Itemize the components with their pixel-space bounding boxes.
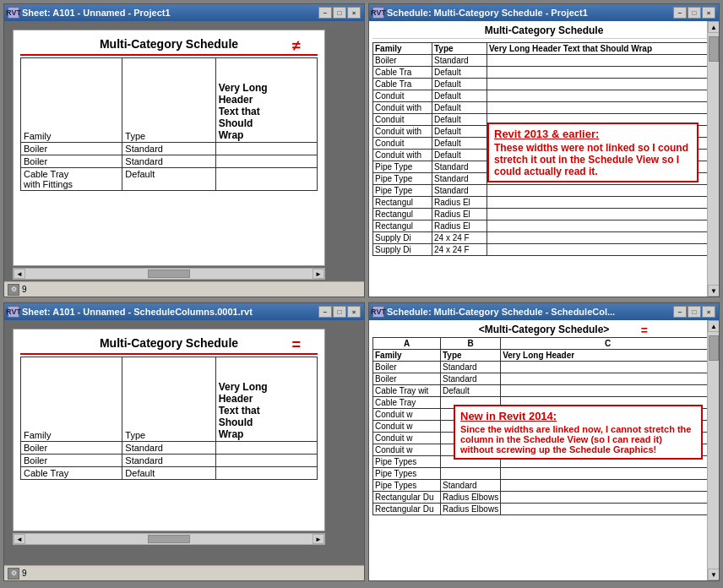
close-btn-tr[interactable]: × bbox=[702, 7, 715, 19]
titlebar-buttons-br: − □ × bbox=[673, 306, 715, 318]
table-row: RectangulRadius El bbox=[373, 197, 715, 209]
vscroll-down-br[interactable]: ▼ bbox=[708, 569, 719, 580]
sv-header-br: Family Type Very Long Header bbox=[373, 350, 715, 362]
header-wrap-top-left: Very LongHeaderText thatShouldWrap bbox=[219, 82, 314, 141]
table-row: BoilerStandard bbox=[373, 373, 715, 385]
titlebar-sheet-top-left[interactable]: RVT Sheet: A101 - Unnamed - Project1 − □… bbox=[4, 4, 364, 21]
table-row: RectangulRadius El bbox=[373, 209, 715, 220]
window-title-bottom-left: Sheet: A101 - Unnamed - ScheduleColumns.… bbox=[22, 307, 253, 317]
titlebar-buttons-tr: − □ × bbox=[673, 7, 715, 19]
sheet-paper-top-left: Multi-Category Schedule ≠ Family Type Ve… bbox=[13, 30, 325, 266]
cell-header bbox=[215, 155, 317, 168]
restore-btn-br[interactable]: □ bbox=[688, 306, 701, 318]
vscroll-thumb-br[interactable] bbox=[709, 335, 719, 361]
scroll-right-arrow[interactable]: ► bbox=[313, 269, 324, 279]
vscrollbar-tr[interactable]: ▲ ▼ bbox=[707, 21, 719, 297]
titlebar-schedule-bottom-right[interactable]: RVT Schedule: Multi-Category Schedule - … bbox=[369, 303, 719, 320]
table-row: Pipe TypesStandard bbox=[373, 480, 715, 492]
window-schedule-bottom-right: RVT Schedule: Multi-Category Schedule - … bbox=[368, 302, 720, 581]
restore-btn-tr[interactable]: □ bbox=[688, 7, 701, 19]
vscroll-down-tr[interactable]: ▼ bbox=[708, 285, 719, 297]
schedule-view-content-tr: Multi-Category Schedule Family Type Very… bbox=[369, 21, 719, 297]
cell-header bbox=[215, 168, 317, 191]
close-btn-br[interactable]: × bbox=[702, 306, 715, 318]
revit-icon-br: RVT bbox=[372, 306, 384, 318]
table-row: Rectangular DuRadius Elbows bbox=[373, 504, 715, 515]
col-letter-row-br: A B C bbox=[373, 338, 715, 350]
h-divider bbox=[3, 297, 720, 301]
cell-type: Standard bbox=[122, 455, 215, 467]
hscrollbar-top-left[interactable]: ◄ ► bbox=[13, 268, 325, 280]
revit-icon-bl: RVT bbox=[8, 306, 19, 318]
minimize-btn[interactable]: − bbox=[318, 7, 332, 19]
titlebar-sheet-bottom-left[interactable]: RVT Sheet: A101 - Unnamed - ScheduleColu… bbox=[4, 303, 364, 320]
schedule-view-content-br: <Multi-Category Schedule> = A B C Family… bbox=[369, 320, 719, 580]
hscroll-thumb[interactable] bbox=[148, 270, 190, 278]
window-title-bottom-right: Schedule: Multi-Category Schedule - Sche… bbox=[387, 307, 615, 317]
annotation-box-tr: Revit 2013 & earlier: These widths were … bbox=[487, 122, 699, 182]
vscrollbar-br[interactable]: ▲ ▼ bbox=[707, 320, 719, 580]
window-sheet-bottom-left: RVT Sheet: A101 - Unnamed - ScheduleColu… bbox=[3, 302, 365, 581]
annotation-title-br: New in Revit 2014: bbox=[460, 410, 696, 422]
titlebar-left-bl: RVT Sheet: A101 - Unnamed - ScheduleColu… bbox=[8, 306, 253, 318]
vscroll-up-tr[interactable]: ▲ bbox=[708, 21, 719, 33]
status-icons-bl: ⚙ 9 bbox=[8, 568, 27, 580]
scroll-left-arrow[interactable]: ◄ bbox=[14, 269, 25, 279]
sv-th-family-br: Family bbox=[373, 350, 441, 362]
table-row: Cable TraDefault bbox=[373, 67, 715, 79]
header-row-bl: Family Type Very LongHeaderText thatShou… bbox=[21, 357, 318, 442]
red-line-bl bbox=[20, 353, 318, 355]
minimize-btn-br[interactable]: − bbox=[673, 306, 687, 318]
table-row: Boiler Standard bbox=[21, 143, 318, 155]
col-a: A bbox=[373, 338, 441, 350]
sheet-paper-bottom-left: Multi-Category Schedule = Family Type Ve… bbox=[13, 329, 325, 531]
minimize-btn-bl[interactable]: − bbox=[318, 306, 332, 318]
window-sheet-top-left: RVT Sheet: A101 - Unnamed - Project1 − □… bbox=[3, 3, 365, 297]
hscroll-thumb-bl[interactable] bbox=[148, 535, 190, 543]
vscroll-thumb-tr[interactable] bbox=[709, 36, 719, 62]
col-c: C bbox=[501, 338, 715, 350]
restore-btn-bl[interactable]: □ bbox=[333, 306, 346, 318]
status-num-bl: 9 bbox=[22, 569, 27, 578]
restore-btn[interactable]: □ bbox=[333, 7, 346, 19]
cell-family: Boiler bbox=[21, 143, 122, 155]
desktop: RVT Sheet: A101 - Unnamed - Project1 − □… bbox=[0, 0, 723, 588]
status-icon-bl: ⚙ bbox=[8, 568, 19, 580]
close-btn[interactable]: × bbox=[347, 7, 361, 19]
table-row: Supply Di24 x 24 F bbox=[373, 244, 715, 256]
cell-family: Boiler bbox=[21, 455, 122, 467]
scroll-left-arrow-bl[interactable]: ◄ bbox=[14, 534, 25, 544]
th-longheader-bl: Very LongHeaderText thatShouldWrap bbox=[215, 357, 317, 442]
scroll-right-arrow-bl[interactable]: ► bbox=[313, 534, 324, 544]
annotation-body-tr: These widths were not linked so I cound … bbox=[494, 142, 688, 177]
col-b: B bbox=[441, 338, 501, 350]
vscroll-up-br[interactable]: ▲ bbox=[708, 320, 719, 332]
hscrollbar-bl[interactable]: ◄ ► bbox=[13, 533, 325, 545]
cell-type: Default bbox=[122, 467, 215, 480]
close-btn-bl[interactable]: × bbox=[347, 306, 361, 318]
cell-header bbox=[215, 442, 317, 455]
th-family-bl: Family bbox=[21, 357, 122, 442]
sv-th-header: Very Long Header Text that Should Wrap bbox=[487, 43, 715, 55]
titlebar-buttons: − □ × bbox=[318, 7, 361, 19]
sheet-bg-top-left: Multi-Category Schedule ≠ Family Type Ve… bbox=[4, 21, 364, 297]
window-schedule-top-right: RVT Schedule: Multi-Category Schedule - … bbox=[368, 3, 720, 297]
sv-th-family: Family bbox=[373, 43, 432, 55]
table-row: Conduit withDefault bbox=[373, 102, 715, 114]
schedule-table-top-left: Family Type Very LongHeaderText thatShou… bbox=[20, 57, 318, 191]
status-bar-bottom-left: ⚙ 9 bbox=[4, 565, 364, 580]
annotation-box-br: New in Revit 2014: Since the widths are … bbox=[454, 405, 703, 460]
table-row: RectangulRadius El bbox=[373, 220, 715, 232]
header-row-top-left: Family Type Very LongHeaderText thatShou… bbox=[21, 58, 318, 143]
cell-type: Standard bbox=[122, 155, 215, 168]
th-family-top-left: Family bbox=[21, 58, 122, 143]
titlebar-buttons-bl: − □ × bbox=[318, 306, 361, 318]
table-row: BoilerStandard bbox=[373, 55, 715, 67]
titlebar-schedule-top-right[interactable]: RVT Schedule: Multi-Category Schedule - … bbox=[369, 4, 719, 21]
status-icon-1: ⚙ bbox=[8, 284, 19, 296]
annotation-title-tr: Revit 2013 & earlier: bbox=[494, 128, 692, 140]
sv-header-tr: Family Type Very Long Header Text that S… bbox=[373, 43, 715, 55]
minimize-btn-tr[interactable]: − bbox=[673, 7, 687, 19]
sv-title-tr: Multi-Category Schedule bbox=[372, 24, 715, 39]
status-icons-tl: ⚙ 9 bbox=[8, 284, 27, 296]
